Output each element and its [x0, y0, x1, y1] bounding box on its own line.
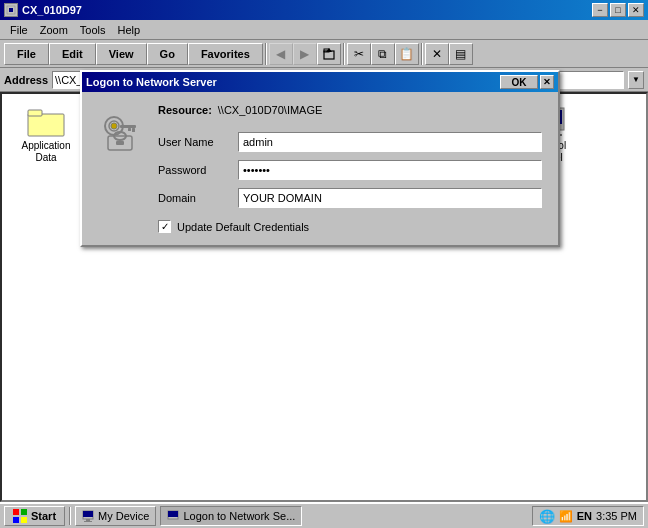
title-bar-left: CX_010D97: [4, 3, 82, 17]
menu-file[interactable]: File: [4, 22, 34, 38]
window-title: CX_010D97: [22, 4, 82, 16]
svg-rect-37: [13, 509, 19, 515]
taskbar-label-my-device: My Device: [98, 510, 149, 522]
tab-favorites[interactable]: Favorites: [188, 43, 263, 65]
password-row: Password: [158, 160, 542, 180]
domain-row: Domain: [158, 188, 542, 208]
nav-sep-2: [343, 43, 345, 65]
password-label: Password: [158, 164, 238, 176]
taskbar-label-logon-network: Logon to Network Se...: [183, 510, 295, 522]
svg-rect-30: [120, 125, 136, 128]
top-menu-bar: File Zoom Tools Help: [0, 20, 648, 40]
tray-time: 3:35 PM: [596, 510, 637, 522]
start-icon: [13, 509, 27, 523]
dialog-form-area: Resource: \\CX_010D70\IMAGE User Name Pa…: [158, 104, 542, 233]
tray-lang: EN: [577, 510, 592, 522]
system-tray: 🌐 📶 EN 3:35 PM: [532, 506, 644, 526]
username-row: User Name: [158, 132, 542, 152]
nav-cut-button[interactable]: ✂: [347, 43, 371, 65]
nav-forward-button[interactable]: ▶: [293, 43, 317, 65]
svg-rect-46: [168, 511, 178, 517]
nav-paste-button[interactable]: 📋: [395, 43, 419, 65]
username-input[interactable]: [238, 132, 542, 152]
checkbox-label: Update Default Credentials: [177, 221, 309, 233]
nav-up-button[interactable]: [317, 43, 341, 65]
menu-help[interactable]: Help: [112, 22, 147, 38]
resource-value: \\CX_010D70\IMAGE: [218, 104, 323, 116]
icon-label-application-data: ApplicationData: [22, 140, 71, 164]
my-device-icon: [82, 510, 94, 522]
tab-view[interactable]: View: [96, 43, 147, 65]
title-bar: CX_010D97 − □ ✕: [0, 0, 648, 20]
logon-dialog: Logon to Network Server OK ✕: [80, 70, 560, 247]
start-button[interactable]: Start: [4, 506, 65, 526]
taskbar-divider-1: [69, 507, 71, 525]
menu-tools[interactable]: Tools: [74, 22, 112, 38]
lock-key-icon: [98, 108, 142, 152]
tray-network-icon: 🌐: [539, 509, 555, 524]
close-button[interactable]: ✕: [628, 3, 644, 17]
menu-zoom[interactable]: Zoom: [34, 22, 74, 38]
svg-rect-39: [13, 517, 19, 523]
dialog-body: Resource: \\CX_010D70\IMAGE User Name Pa…: [82, 92, 558, 245]
svg-rect-6: [28, 110, 42, 116]
svg-rect-1: [9, 8, 13, 12]
update-credentials-checkbox[interactable]: ✓: [158, 220, 171, 233]
taskbar: Start My Device Logon to Network Se... 🌐…: [0, 502, 648, 528]
domain-label: Domain: [158, 192, 238, 204]
taskbar-btn-my-device[interactable]: My Device: [75, 506, 156, 526]
dialog-ok-button[interactable]: OK: [500, 75, 538, 89]
nav-delete-button[interactable]: ✕: [425, 43, 449, 65]
tab-go[interactable]: Go: [147, 43, 188, 65]
dialog-icon-area: [98, 104, 146, 233]
svg-rect-31: [132, 128, 135, 132]
nav-sep-3: [421, 43, 423, 65]
svg-rect-5: [28, 114, 64, 136]
svg-rect-38: [21, 509, 27, 515]
logon-network-icon: [167, 510, 179, 522]
username-label: User Name: [158, 136, 238, 148]
checkbox-row: ✓ Update Default Credentials: [158, 220, 542, 233]
title-bar-controls: − □ ✕: [592, 3, 644, 17]
svg-rect-40: [21, 517, 27, 523]
nav-sep-1: [265, 43, 267, 65]
minimize-button[interactable]: −: [592, 3, 608, 17]
taskbar-btn-logon-network[interactable]: Logon to Network Se...: [160, 506, 302, 526]
nav-views-button[interactable]: ▤: [449, 43, 473, 65]
resource-row: Resource: \\CX_010D70\IMAGE: [158, 104, 542, 116]
nav-back-button[interactable]: ◀: [269, 43, 293, 65]
svg-rect-32: [128, 128, 131, 131]
svg-rect-36: [116, 141, 124, 145]
password-input[interactable]: [238, 160, 542, 180]
svg-point-33: [111, 123, 117, 129]
dialog-title-controls: OK ✕: [500, 75, 554, 89]
domain-input[interactable]: [238, 188, 542, 208]
tray-signal-icon: 📶: [559, 510, 573, 523]
dialog-title-bar: Logon to Network Server OK ✕: [82, 72, 558, 92]
tab-edit[interactable]: Edit: [49, 43, 96, 65]
dialog-title: Logon to Network Server: [86, 76, 217, 88]
maximize-button[interactable]: □: [610, 3, 626, 17]
nav-tabs-bar: File Edit View Go Favorites ◀ ▶ ✂ ⧉ 📋 ✕ …: [0, 40, 648, 68]
address-dropdown[interactable]: ▼: [628, 71, 644, 89]
address-label: Address: [4, 74, 48, 86]
app-icon: [4, 3, 18, 17]
resource-label: Resource:: [158, 104, 212, 116]
icon-application-data[interactable]: ApplicationData: [10, 102, 82, 168]
svg-rect-44: [84, 521, 92, 522]
dialog-close-button[interactable]: ✕: [540, 75, 554, 89]
nav-copy-button[interactable]: ⧉: [371, 43, 395, 65]
svg-rect-42: [83, 511, 93, 517]
start-label: Start: [31, 510, 56, 522]
svg-rect-43: [86, 519, 90, 521]
tab-file[interactable]: File: [4, 43, 49, 65]
